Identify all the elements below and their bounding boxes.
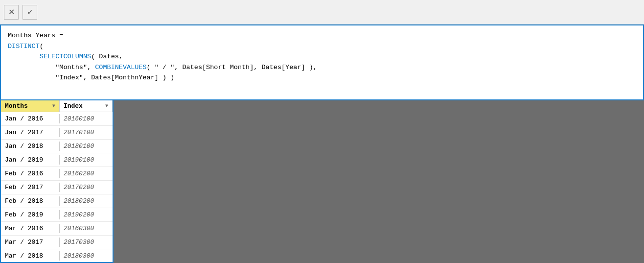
months-cell: Feb / 2018 xyxy=(1,196,60,206)
table-row[interactable]: Feb / 201820180200 xyxy=(1,194,113,208)
index-cell: 20180100 xyxy=(60,142,113,151)
bottom-panel: Months ▼ Index ▼ Jan / 201620160100Jan /… xyxy=(0,100,644,263)
toolbar: ✕ ✓ xyxy=(0,0,644,24)
table-row[interactable]: Mar / 201720170300 xyxy=(1,236,113,249)
months-cell: Feb / 2016 xyxy=(1,169,60,178)
index-header-label: Index xyxy=(64,102,103,110)
index-cell: 20160300 xyxy=(60,224,113,233)
main-container: ✕ ✓ Months Years = DISTINCT( SELECTCOLUM… xyxy=(0,0,644,263)
months-cell: Feb / 2017 xyxy=(1,183,60,192)
table-row[interactable]: Feb / 201720170200 xyxy=(1,181,113,194)
confirm-button[interactable]: ✓ xyxy=(23,5,37,20)
months-cell: Jan / 2016 xyxy=(1,114,60,123)
months-cell: Jan / 2018 xyxy=(1,142,60,151)
cancel-button[interactable]: ✕ xyxy=(4,5,19,20)
index-sort-icon[interactable]: ▼ xyxy=(105,103,108,109)
index-cell: 20170100 xyxy=(60,128,113,137)
index-column-header[interactable]: Index ▼ xyxy=(60,100,113,112)
table-row[interactable]: Jan / 201620160100 xyxy=(1,112,113,126)
months-sort-icon[interactable]: ▼ xyxy=(52,103,55,109)
table-row[interactable]: Jan / 201820180100 xyxy=(1,140,113,153)
table-row[interactable]: Feb / 201620160200 xyxy=(1,167,113,181)
gray-area xyxy=(114,100,644,263)
months-cell: Mar / 2017 xyxy=(1,238,60,247)
table-row[interactable]: Mar / 201820180300 xyxy=(1,249,113,262)
table-row[interactable]: Mar / 201620160300 xyxy=(1,222,113,236)
index-cell: 20170200 xyxy=(60,183,113,192)
index-cell: 20170300 xyxy=(60,238,113,247)
index-cell: 20190100 xyxy=(60,155,113,165)
months-cell: Feb / 2019 xyxy=(1,210,60,219)
index-cell: 20190200 xyxy=(60,210,113,219)
index-cell: 20180300 xyxy=(60,251,113,261)
months-header-label: Months xyxy=(5,102,50,110)
months-column-header[interactable]: Months ▼ xyxy=(1,100,60,112)
months-cell: Mar / 2016 xyxy=(1,224,60,233)
table-row[interactable]: Feb / 201920190200 xyxy=(1,208,113,222)
index-cell: 20160100 xyxy=(60,114,113,123)
table-header: Months ▼ Index ▼ xyxy=(1,100,113,112)
table-row[interactable]: Jan / 201920190100 xyxy=(1,153,113,167)
months-cell: Mar / 2018 xyxy=(1,251,60,261)
months-cell: Jan / 2017 xyxy=(1,128,60,137)
index-cell: 20160200 xyxy=(60,169,113,178)
table-row[interactable]: Jan / 201720170100 xyxy=(1,126,113,140)
table-panel: Months ▼ Index ▼ Jan / 201620160100Jan /… xyxy=(0,100,114,263)
formula-editor[interactable]: Months Years = DISTINCT( SELECTCOLUMNS( … xyxy=(0,24,644,100)
table-body: Jan / 201620160100Jan / 201720170100Jan … xyxy=(1,112,113,262)
index-cell: 20180200 xyxy=(60,196,113,206)
months-cell: Jan / 2019 xyxy=(1,155,60,165)
